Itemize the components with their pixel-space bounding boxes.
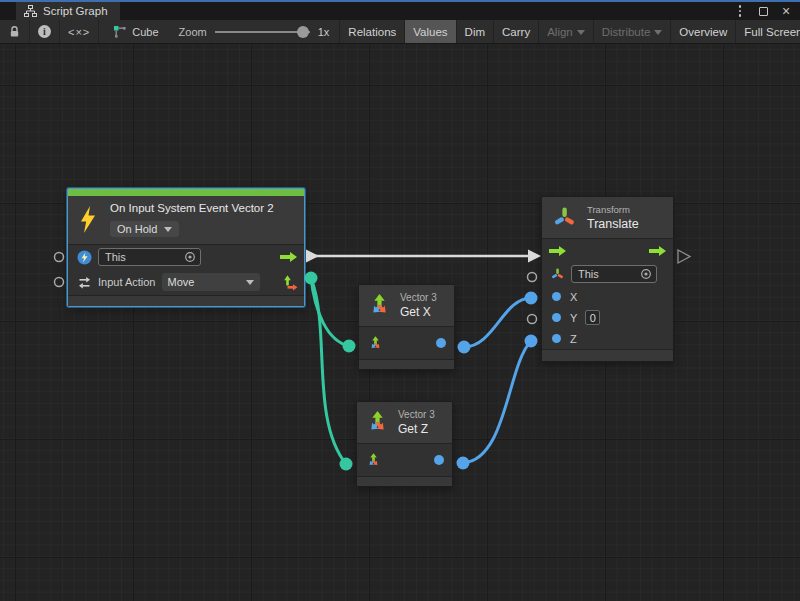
edit-source-button[interactable]: <×> [60, 20, 99, 43]
port-label-z: Z [570, 333, 577, 345]
node-title: Get Z [398, 422, 435, 436]
port-ring [528, 315, 537, 324]
port-label-y: Y [570, 312, 577, 324]
wire-endpoint [458, 341, 471, 354]
zoom-value: 1x [318, 26, 330, 38]
event-header-bar [68, 189, 304, 196]
input-action-label: Input Action [98, 276, 156, 288]
node-title: Translate [587, 217, 639, 231]
zoom-slider-track [215, 31, 310, 33]
this-target-field[interactable]: This [98, 248, 201, 266]
this-target-field[interactable]: This [571, 265, 657, 283]
tab-script-graph[interactable]: Script Graph [16, 2, 120, 20]
vector3-input-port[interactable] [365, 452, 382, 469]
flow-input-port[interactable] [548, 245, 567, 257]
vector2-wire-to-getx [311, 278, 349, 346]
wire-endpoint [457, 457, 470, 470]
graph-toolbar: i <×> Cube Zoom 1x [0, 20, 800, 44]
input-action-dropdown[interactable]: Move [162, 273, 260, 291]
flow-output-port[interactable] [279, 251, 298, 263]
graph-hierarchy-icon [24, 5, 37, 17]
node-footer [68, 295, 304, 306]
zoom-label: Zoom [179, 26, 207, 38]
wire-endpoint [305, 272, 318, 285]
port-ring [55, 253, 64, 262]
dim-button[interactable]: Dim [456, 20, 493, 43]
distribute-button[interactable]: Distribute [593, 20, 671, 43]
carry-button[interactable]: Carry [493, 20, 538, 43]
lightning-bolt-icon [78, 205, 98, 234]
close-icon[interactable]: × [778, 4, 794, 18]
graph-name: Cube [132, 26, 158, 38]
node-group-label: Transform [587, 204, 639, 215]
node-vector3-get-z[interactable]: Vector 3 Get Z [356, 401, 453, 487]
zoom-slider[interactable] [215, 25, 310, 39]
maximize-icon[interactable] [755, 4, 771, 18]
node-vector3-get-x[interactable]: Vector 3 Get X [358, 284, 455, 370]
wire-endpoint [525, 335, 538, 348]
chevron-down-icon [246, 280, 254, 285]
zoom-slider-handle[interactable] [297, 26, 309, 38]
window-controls: × [732, 2, 800, 20]
float-output-port[interactable] [434, 455, 444, 465]
window-menu-icon[interactable] [732, 4, 748, 18]
zoom-control: Zoom 1x [169, 20, 340, 43]
port-ring [528, 273, 537, 282]
flow-out-stub [678, 250, 690, 263]
event-mode-dropdown[interactable]: On Hold [110, 221, 179, 237]
port-ring [55, 278, 64, 287]
node-transform-translate[interactable]: Transform Translate [541, 196, 674, 362]
toolbar-toggle-group: Relations Values Dim Carry Align Distrib… [339, 20, 800, 43]
node-footer [542, 349, 673, 361]
node-group-label: Vector 3 [400, 292, 437, 303]
float-input-port-y[interactable] [552, 313, 561, 322]
vector2-output-port[interactable] [282, 274, 298, 291]
input-action-icon [77, 275, 92, 290]
vector3-input-port[interactable] [367, 335, 384, 352]
vector2-wire-to-getz [311, 278, 346, 464]
fullscreen-button[interactable]: Full Screen [735, 20, 800, 43]
title-bar: Script Graph × [0, 2, 800, 20]
script-machine-icon [77, 250, 92, 265]
chevron-down-icon [577, 30, 585, 35]
graph-canvas[interactable]: On Input System Event Vector 2 On Hold [0, 44, 800, 601]
lock-button[interactable] [0, 20, 30, 43]
info-icon: i [38, 25, 51, 38]
vector3-icon [364, 409, 391, 436]
flow-output-port[interactable] [648, 245, 667, 257]
info-button[interactable]: i [30, 20, 60, 43]
node-group-label: Vector 3 [398, 409, 435, 420]
node-on-input-system-event[interactable]: On Input System Event Vector 2 On Hold [67, 188, 305, 307]
wire-endpoint [343, 340, 356, 353]
lock-icon [8, 25, 21, 38]
float-wire-z [463, 341, 531, 463]
wire-endpoint [525, 292, 538, 305]
overview-button[interactable]: Overview [670, 20, 735, 43]
object-picker-icon[interactable] [640, 268, 652, 280]
float-input-port-z[interactable] [552, 334, 561, 343]
tab-title: Script Graph [43, 5, 108, 17]
graph-breadcrumb[interactable]: Cube [99, 20, 168, 43]
code-icon: <×> [68, 26, 90, 38]
node-footer [359, 359, 454, 369]
chevron-down-icon [654, 30, 662, 35]
chevron-down-icon [164, 227, 172, 232]
transform-icon [552, 205, 577, 231]
script-graph-window: Script Graph × i <×> [0, 0, 800, 601]
float-output-port[interactable] [436, 338, 446, 348]
relations-button[interactable]: Relations [339, 20, 404, 43]
object-picker-icon[interactable] [184, 251, 196, 263]
align-button[interactable]: Align [538, 20, 593, 43]
y-value-input[interactable]: 0 [585, 310, 600, 325]
node-footer [357, 476, 452, 486]
flow-wire-end-arrow [528, 250, 541, 263]
node-title: Get X [400, 305, 437, 319]
transform-port-icon[interactable] [550, 267, 565, 282]
float-wire-x [464, 298, 531, 347]
port-label-x: X [570, 291, 577, 303]
vector3-icon [366, 292, 393, 319]
graph-node-icon [113, 25, 127, 39]
flow-wire-start-arrow [306, 250, 319, 263]
float-input-port-x[interactable] [552, 292, 561, 301]
values-button[interactable]: Values [404, 20, 455, 43]
